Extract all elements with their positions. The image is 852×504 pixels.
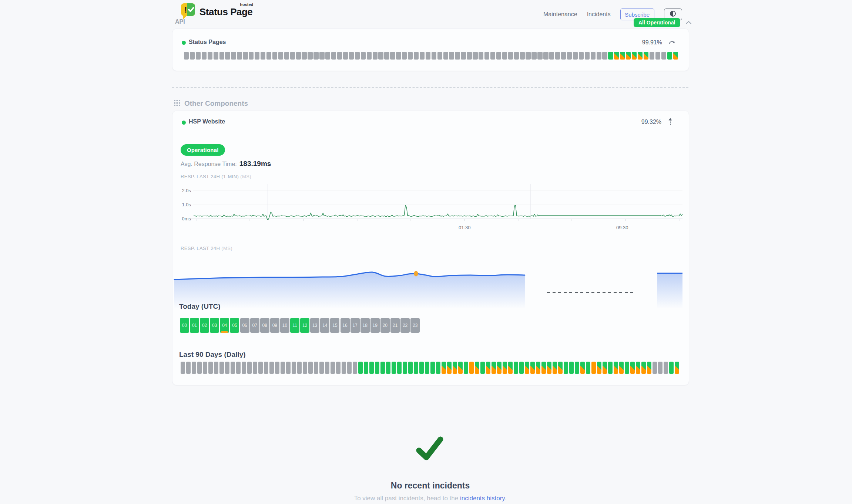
uptime-bar[interactable] <box>255 52 259 60</box>
day-bar[interactable] <box>497 362 502 374</box>
day-bar[interactable] <box>342 362 346 374</box>
uptime-bar[interactable] <box>467 52 472 60</box>
uptime-bar[interactable] <box>567 52 572 60</box>
day-bar[interactable] <box>492 362 496 374</box>
uptime-bar[interactable] <box>626 52 631 60</box>
hour-cell[interactable]: 11 <box>290 318 299 333</box>
uptime-bar[interactable] <box>384 52 389 60</box>
uptime-bar[interactable] <box>208 52 212 60</box>
day-bar[interactable] <box>636 362 640 374</box>
uptime-bar[interactable] <box>202 52 207 60</box>
uptime-bar[interactable] <box>484 52 489 60</box>
uptime-bar[interactable] <box>638 52 643 60</box>
day-bar[interactable] <box>536 362 540 374</box>
uptime-bar[interactable] <box>249 52 254 60</box>
uptime-bar[interactable] <box>667 52 672 60</box>
nav-item-maintenance[interactable]: Maintenance <box>543 11 577 18</box>
uptime-bar[interactable] <box>620 52 625 60</box>
day-bar[interactable] <box>442 362 446 374</box>
uptime-bar[interactable] <box>290 52 295 60</box>
day-bar[interactable] <box>530 362 535 374</box>
uptime-bar[interactable] <box>414 52 419 60</box>
day-bar[interactable] <box>319 362 324 374</box>
day-bar[interactable] <box>314 362 318 374</box>
uptime-bar[interactable] <box>355 52 360 60</box>
status-badge[interactable]: All Operational <box>634 18 680 27</box>
uptime-bar[interactable] <box>378 52 383 60</box>
day-bar[interactable] <box>397 362 402 374</box>
day-bar[interactable] <box>669 362 674 374</box>
uptime-bar[interactable] <box>296 52 301 60</box>
hour-cell[interactable]: 18 <box>360 318 370 333</box>
hour-cell[interactable]: 08 <box>260 318 269 333</box>
day-bar[interactable] <box>336 362 341 374</box>
hour-cell[interactable]: 22 <box>400 318 410 333</box>
day-bar[interactable] <box>369 362 374 374</box>
uptime-bar[interactable] <box>308 52 312 60</box>
hour-cell[interactable]: 06 <box>240 318 249 333</box>
day-bar[interactable] <box>586 362 590 374</box>
day-bar[interactable] <box>619 362 624 374</box>
day-bar[interactable] <box>375 362 379 374</box>
day-bar[interactable] <box>347 362 352 374</box>
day-bar[interactable] <box>458 362 463 374</box>
day-bar[interactable] <box>286 362 291 374</box>
day-bar[interactable] <box>597 362 601 374</box>
uptime-bar[interactable] <box>608 52 613 60</box>
day-bar[interactable] <box>403 362 407 374</box>
nav-item-incidents[interactable]: Incidents <box>587 11 611 18</box>
uptime-bar[interactable] <box>337 52 342 60</box>
uptime-bar[interactable] <box>420 52 425 60</box>
uptime-bar[interactable] <box>373 52 378 60</box>
day-bar[interactable] <box>641 362 646 374</box>
hour-cell[interactable]: 04 <box>220 318 229 333</box>
uptime-bar[interactable] <box>520 52 525 60</box>
day-bar[interactable] <box>525 362 529 374</box>
uptime-bar[interactable] <box>496 52 501 60</box>
uptime-bar[interactable] <box>302 52 306 60</box>
refresh-arrow-icon[interactable] <box>669 40 675 47</box>
day-bar[interactable] <box>186 362 191 374</box>
day-bar[interactable] <box>547 362 551 374</box>
hour-cell[interactable]: 16 <box>341 318 350 333</box>
uptime-bar[interactable] <box>237 52 242 60</box>
uptime-bar[interactable] <box>219 52 224 60</box>
uptime-bar[interactable] <box>502 52 507 60</box>
day-bar[interactable] <box>591 362 596 374</box>
day-bar[interactable] <box>264 362 268 374</box>
day-bar[interactable] <box>553 362 557 374</box>
day-bar[interactable] <box>675 362 679 374</box>
uptime-bar[interactable] <box>190 52 195 60</box>
uptime-bar[interactable] <box>313 52 318 60</box>
day-bar[interactable] <box>236 362 241 374</box>
uptime-bar[interactable] <box>266 52 271 60</box>
uptime-bar[interactable] <box>319 52 324 60</box>
chevron-up-icon[interactable] <box>685 19 692 26</box>
uptime-bar[interactable] <box>443 52 448 60</box>
day-bar[interactable] <box>331 362 335 374</box>
day-bar[interactable] <box>208 362 213 374</box>
hour-cell[interactable]: 19 <box>370 318 380 333</box>
uptime-bar[interactable] <box>490 52 495 60</box>
uptime-bar[interactable] <box>526 52 530 60</box>
uptime-bar[interactable] <box>196 52 201 60</box>
day-bar[interactable] <box>308 362 313 374</box>
hour-cell[interactable]: 14 <box>320 318 329 333</box>
day-bar[interactable] <box>258 362 263 374</box>
uptime-bar[interactable] <box>449 52 454 60</box>
day-bar[interactable] <box>292 362 296 374</box>
hour-cell[interactable]: 10 <box>280 318 289 333</box>
uptime-bar[interactable] <box>408 52 413 60</box>
day-bar[interactable] <box>486 362 490 374</box>
uptime-bar[interactable] <box>602 52 607 60</box>
uptime-bar[interactable] <box>402 52 407 60</box>
day-bar[interactable] <box>414 362 418 374</box>
uptime-bar[interactable] <box>561 52 566 60</box>
day-bar[interactable] <box>464 362 468 374</box>
uptime-bar[interactable] <box>349 52 354 60</box>
day-bar[interactable] <box>480 362 485 374</box>
uptime-bar[interactable] <box>461 52 466 60</box>
uptime-bar[interactable] <box>673 52 678 60</box>
uptime-bar[interactable] <box>614 52 619 60</box>
day-bar[interactable] <box>253 362 257 374</box>
